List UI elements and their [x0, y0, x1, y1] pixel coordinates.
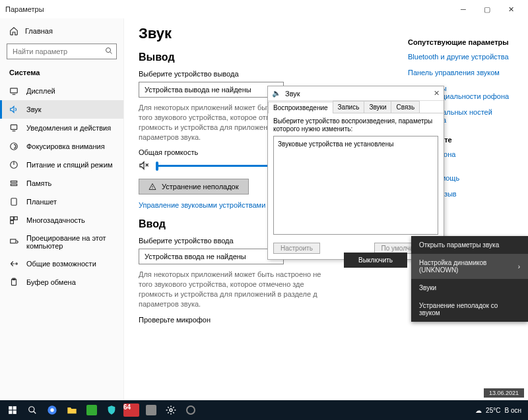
sidebar-item-label: Многозадачность — [26, 216, 85, 224]
dialog-titlebar[interactable]: 🔈 Звук ✕ — [268, 86, 444, 101]
window-title: Параметры — [5, 5, 44, 13]
search-input[interactable] — [7, 44, 117, 59]
svg-rect-27 — [13, 411, 16, 414]
taskbar-app-green[interactable] — [82, 400, 102, 420]
home-label: Главная — [25, 27, 53, 35]
sidebar-item-storage[interactable]: Память — [0, 174, 123, 193]
svg-point-28 — [29, 407, 34, 412]
sidebar-item-tablet[interactable]: Планшет — [0, 193, 123, 211]
taskbar-app-circle[interactable] — [181, 400, 201, 420]
sidebar-item-label: Дисплей — [26, 87, 55, 95]
taskbar-app-grey[interactable] — [141, 400, 161, 420]
volume-slider[interactable] — [156, 165, 275, 167]
taskbar-settings[interactable] — [161, 400, 181, 420]
ctx-speaker-setup[interactable]: Настройка динамиков (UNKNOWN)› — [411, 254, 528, 279]
svg-rect-9 — [11, 181, 16, 183]
output-label: Выберите устройство вывода — [139, 70, 388, 78]
focus-icon — [9, 142, 18, 151]
device-list[interactable]: Звуковые устройства не установлены — [273, 136, 438, 235]
svg-rect-15 — [11, 239, 16, 243]
sidebar-item-label: Питание и спящий режим — [26, 161, 113, 169]
taskbar-app-shield[interactable] — [102, 400, 121, 420]
minimize-button[interactable]: ─ — [451, 0, 475, 18]
sidebar-item-notifications[interactable]: Уведомления и действия — [0, 119, 123, 137]
sidebar-item-label: Память — [26, 179, 51, 187]
power-icon — [9, 160, 18, 169]
ctx-sounds[interactable]: Звуки — [411, 279, 528, 297]
sidebar-item-label: Проецирование на этот компьютер — [26, 234, 114, 250]
input-description: Для некоторых приложений может быть наст… — [139, 270, 323, 309]
sidebar-item-shared[interactable]: Общие возможности — [0, 255, 123, 273]
svg-point-16 — [16, 263, 17, 264]
clipboard-icon — [9, 278, 18, 287]
volume-flyout[interactable]: Выключить — [344, 253, 407, 268]
dialog-title: Звук — [285, 90, 300, 98]
tab-comm[interactable]: Связь — [391, 101, 420, 113]
taskbar-chrome[interactable] — [42, 400, 62, 420]
dialog-close-button[interactable]: ✕ — [434, 89, 440, 98]
ctx-open-sound-settings[interactable]: Открыть параметры звука — [411, 236, 528, 254]
search-icon — [105, 47, 113, 55]
taskbar-explorer[interactable] — [62, 400, 82, 420]
project-icon — [9, 237, 18, 247]
output-combo-value: Устройства вывода не найдены — [145, 86, 251, 94]
sidebar-item-label: Уведомления и действия — [26, 124, 111, 132]
tab-playback[interactable]: Воспроизведение — [268, 102, 333, 113]
sidebar-item-multitask[interactable]: Многозадачность — [0, 211, 123, 229]
speaker-muted-icon[interactable] — [139, 160, 149, 171]
tab-sounds[interactable]: Звуки — [364, 101, 391, 113]
sound-dialog: 🔈 Звук ✕ Воспроизведение Запись Звуки Св… — [267, 86, 444, 260]
weather-icon[interactable]: ☁ — [475, 407, 482, 414]
svg-marker-4 — [11, 106, 14, 112]
svg-marker-19 — [140, 162, 144, 169]
notifications-icon — [9, 123, 18, 133]
output-device-combo[interactable]: Устройства вывода не найдены ⌄ — [139, 82, 284, 98]
dialog-hint: Выберите устройство воспроизведения, пар… — [273, 117, 438, 133]
sidebar: Главная Система Дисплей Звук Уведомления… — [0, 18, 124, 400]
svg-rect-24 — [9, 406, 12, 409]
sound-icon — [9, 105, 18, 114]
maximize-button[interactable]: ▢ — [475, 0, 499, 18]
sidebar-item-sound[interactable]: Звук — [0, 100, 123, 119]
start-button[interactable] — [3, 400, 22, 420]
sidebar-item-display[interactable]: Дисплей — [0, 82, 123, 100]
configure-button[interactable]: Настроить — [273, 243, 320, 254]
sidebar-item-label: Фокусировка внимания — [26, 142, 105, 150]
tray-weather[interactable]: В осн — [504, 407, 521, 414]
chevron-right-icon: › — [518, 263, 520, 270]
taskbar-tray: ☁ 25°C В осн — [475, 407, 525, 414]
troubleshoot-button[interactable]: Устранение неполадок — [139, 179, 249, 195]
sidebar-item-focus[interactable]: Фокусировка внимания — [0, 137, 123, 156]
svg-rect-10 — [11, 184, 16, 185]
taskbar-badge[interactable]: 64 — [121, 400, 141, 420]
home-nav[interactable]: Главная — [0, 22, 123, 40]
tab-recording[interactable]: Запись — [333, 101, 365, 113]
multitask-icon — [9, 216, 18, 225]
svg-point-0 — [106, 48, 111, 53]
svg-point-23 — [152, 189, 153, 189]
taskbar-search[interactable] — [22, 400, 42, 420]
sidebar-item-power[interactable]: Питание и спящий режим — [0, 156, 123, 174]
output-heading: Вывод — [139, 51, 388, 63]
sidebar-item-label: Общие возможности — [26, 260, 96, 268]
rail-link[interactable]: Bluetooth и другие устройства — [408, 53, 521, 61]
sidebar-item-label: Планшет — [26, 198, 57, 206]
svg-rect-5 — [11, 125, 16, 129]
troubleshoot-label: Устранение неполадок — [162, 183, 239, 191]
sidebar-item-projecting[interactable]: Проецирование на этот компьютер — [0, 229, 123, 255]
titlebar: Параметры ─ ▢ ✕ — [0, 0, 528, 18]
svg-rect-14 — [11, 221, 14, 224]
speaker-icon: 🔈 — [272, 89, 281, 98]
input-device-combo[interactable]: Устройства ввода не найдены ⌄ — [139, 249, 284, 264]
home-icon — [9, 26, 18, 36]
search-wrap — [7, 44, 117, 59]
rail-link[interactable]: Панель управления звуком — [408, 69, 521, 76]
svg-rect-11 — [11, 198, 16, 206]
ctx-troubleshoot[interactable]: Устранение неполадок со звуком — [411, 297, 528, 322]
sidebar-item-clipboard[interactable]: Буфер обмена — [0, 273, 123, 291]
tray-temp[interactable]: 25°C — [486, 407, 500, 414]
svg-rect-13 — [15, 217, 18, 220]
window-controls: ─ ▢ ✕ — [451, 0, 523, 18]
sidebar-item-label: Буфер обмена — [26, 278, 76, 286]
close-button[interactable]: ✕ — [499, 0, 523, 18]
